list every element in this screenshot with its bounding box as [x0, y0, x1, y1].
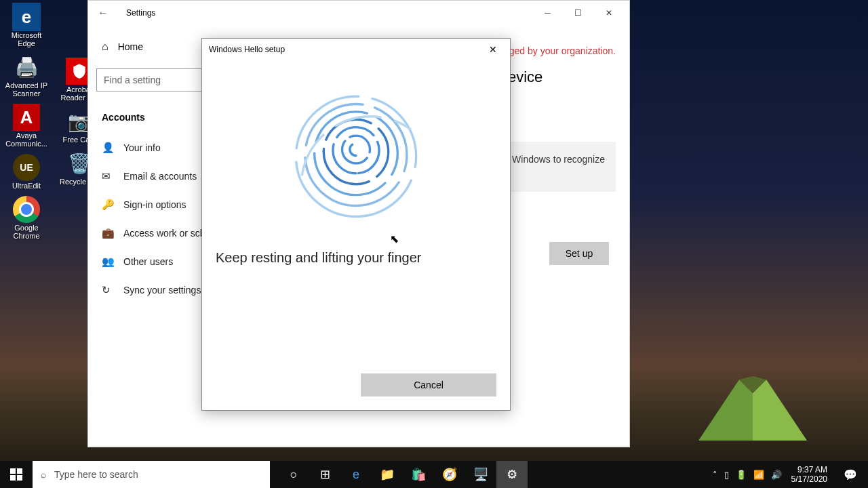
hello-title: Windows Hello setup	[209, 45, 483, 54]
desktop-icon-edge[interactable]: e Microsoft Edge	[3, 3, 50, 47]
wallpaper-tent	[692, 373, 814, 447]
avaya-icon: A	[13, 104, 40, 131]
close-button[interactable]: ✕	[593, 3, 624, 22]
taskbar-explorer[interactable]: 📁	[372, 461, 403, 488]
briefcase-icon: 💼	[102, 227, 114, 239]
scanner-icon: 🖨️	[12, 53, 41, 81]
edge-icon: e	[12, 3, 41, 31]
tray-volume-icon[interactable]: 🔊	[771, 470, 782, 480]
windows-hello-dialog: Windows Hello setup ✕ Keep resting and l…	[201, 38, 511, 411]
tray-wifi-icon[interactable]: 📶	[753, 470, 764, 480]
svg-rect-2	[10, 475, 16, 481]
taskbar-app[interactable]: 🖥️	[465, 461, 496, 488]
taskbar-edge[interactable]: e	[340, 461, 372, 488]
window-title: Settings	[113, 8, 532, 18]
taskbar-store[interactable]: 🛍️	[403, 461, 434, 488]
settings-titlebar: ← Settings ─ ☐ ✕	[88, 1, 629, 25]
maximize-button[interactable]: ☐	[563, 3, 593, 22]
mail-icon: ✉	[102, 170, 114, 182]
setup-button[interactable]: Set up	[549, 242, 609, 265]
windows-icon	[10, 468, 22, 481]
person-icon: 👤	[102, 142, 114, 154]
tray-chevron-up-icon[interactable]: ˄	[713, 470, 717, 480]
hello-close-button[interactable]: ✕	[483, 44, 503, 55]
task-view-button[interactable]: ⊞	[309, 461, 340, 488]
home-icon: ⌂	[102, 41, 108, 53]
desktop-icon-ipscanner[interactable]: 🖨️ Advanced IP Scanner	[3, 53, 50, 98]
action-center-button[interactable]: 💬	[837, 468, 864, 481]
cancel-button[interactable]: Cancel	[361, 373, 496, 396]
svg-rect-0	[10, 468, 16, 474]
desktop-icon-ultraedit[interactable]: UE UltraEdit	[3, 153, 50, 190]
fingerprint-icon	[278, 67, 434, 237]
key-icon: 🔑	[102, 199, 114, 211]
system-tray: ˄ ▯ 🔋 📶 🔊 9:37 AM 5/17/2020 💬	[713, 461, 868, 488]
cortana-button[interactable]: ○	[278, 461, 309, 488]
start-button[interactable]	[0, 461, 33, 488]
ultraedit-icon: UE	[13, 154, 40, 181]
people-icon: 👥	[102, 256, 114, 268]
desktop-icon-avaya[interactable]: A Avaya Communic...	[3, 103, 50, 148]
sync-icon: ↻	[102, 284, 114, 296]
svg-rect-3	[17, 475, 22, 481]
taskbar-settings[interactable]: ⚙	[496, 461, 528, 488]
tray-onedrive-icon[interactable]: ▯	[724, 470, 729, 480]
hello-instruction: Keep resting and lifting your finger	[216, 250, 422, 266]
svg-rect-1	[17, 468, 22, 474]
back-button[interactable]: ←	[94, 7, 113, 19]
search-icon: ⌕	[41, 469, 46, 480]
taskbar-clock[interactable]: 9:37 AM 5/17/2020	[787, 465, 831, 485]
desktop-icon-chrome[interactable]: Google Chrome	[3, 195, 50, 240]
minimize-button[interactable]: ─	[532, 3, 563, 22]
taskbar: ⌕ Type here to search ○ ⊞ e 📁 🛍️ 🧭 🖥️ ⚙ …	[0, 461, 868, 488]
hello-titlebar: Windows Hello setup ✕	[202, 39, 510, 60]
taskbar-search-input[interactable]: ⌕ Type here to search	[33, 461, 270, 488]
taskbar-safari[interactable]: 🧭	[434, 461, 465, 488]
chrome-icon	[13, 196, 40, 223]
tray-battery-icon[interactable]: 🔋	[736, 470, 747, 480]
